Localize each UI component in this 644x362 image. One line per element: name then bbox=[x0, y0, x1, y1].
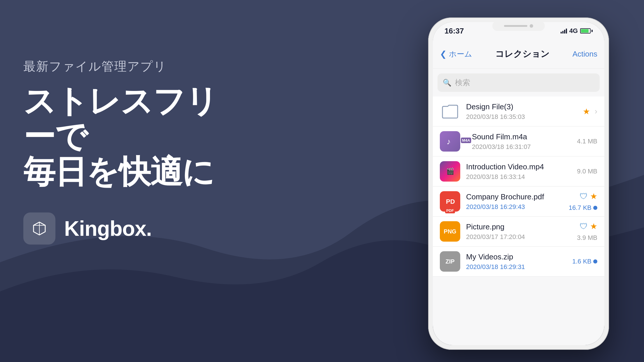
star-icon: ★ bbox=[590, 222, 597, 231]
signal-bars-icon bbox=[561, 28, 567, 34]
nav-title: コレクション bbox=[495, 48, 550, 60]
main-title-line2: 毎日を快適に bbox=[23, 154, 222, 189]
file-date: 2020/03/18 16:33:14 bbox=[466, 173, 571, 181]
signal-bar-3 bbox=[564, 30, 565, 34]
pdf-svg-icon: PDF bbox=[445, 196, 455, 207]
zip-label: ZIP bbox=[445, 258, 454, 265]
phone-notch bbox=[492, 21, 545, 31]
file-meta: ★ › bbox=[583, 107, 597, 116]
file-info: Company Brochure.pdf 2020/03/18 16:29:43 bbox=[466, 192, 563, 211]
zip-icon: ZIP bbox=[440, 251, 460, 272]
pdf-label: PDF bbox=[445, 208, 455, 213]
list-item[interactable]: PNG Picture.png 2020/03/17 17:20:04 🛡 ★ bbox=[433, 217, 604, 247]
file-size: 16.7 KB bbox=[569, 204, 592, 212]
file-meta: 9.0 MB bbox=[577, 168, 597, 175]
file-size: 1.6 KB bbox=[572, 258, 592, 265]
svg-text:PDF: PDF bbox=[446, 198, 455, 205]
file-date: 2020/03/18 16:29:43 bbox=[466, 203, 563, 211]
list-item[interactable]: ♪ M4A Sound Film.m4a 2020/03/18 16:31:07 bbox=[433, 126, 604, 157]
app-content: 16:37 4G bbox=[433, 22, 604, 345]
dot-icon bbox=[593, 206, 597, 210]
file-date: 2020/03/18 16:35:03 bbox=[466, 113, 577, 121]
file-size: 3.9 MB bbox=[577, 234, 597, 242]
nav-actions-button[interactable]: Actions bbox=[573, 50, 597, 59]
file-meta: 🛡 ★ 3.9 MB bbox=[577, 222, 597, 242]
file-date: 2020/03/17 17:20:04 bbox=[466, 233, 571, 241]
battery-fill bbox=[581, 29, 589, 33]
mp4-icon: 🎬 bbox=[440, 161, 460, 182]
list-item[interactable]: ZIP My Videos.zip 2020/03/18 16:29:31 1.… bbox=[433, 247, 604, 277]
file-meta: 1.6 KB bbox=[572, 258, 597, 265]
nav-bar: ❮ ホーム コレクション Actions bbox=[433, 40, 604, 69]
signal-label: 4G bbox=[569, 27, 578, 35]
search-bar[interactable]: 🔍 検索 bbox=[438, 73, 600, 92]
dot-icon bbox=[593, 259, 597, 263]
svg-text:♪: ♪ bbox=[447, 137, 451, 146]
phone-outer: 16:37 4G bbox=[428, 17, 609, 350]
brand-name-text: Kingbox. bbox=[64, 217, 152, 240]
chevron-right-icon: › bbox=[595, 107, 597, 116]
list-item[interactable]: Design File(3) 2020/03/18 16:35:03 ★ › bbox=[433, 96, 604, 126]
file-name: Sound Film.m4a bbox=[472, 132, 571, 141]
file-size: 9.0 MB bbox=[577, 168, 597, 175]
list-item[interactable]: 🎬 Introduction Video.mp4 2020/03/18 16:3… bbox=[433, 157, 604, 187]
main-title-line1: ストレスフリーで bbox=[23, 83, 222, 154]
battery-body bbox=[580, 28, 591, 34]
battery-tip bbox=[592, 30, 593, 32]
brand-row: Kingbox. bbox=[23, 212, 222, 245]
search-placeholder: 検索 bbox=[455, 78, 470, 88]
file-name: Picture.png bbox=[466, 222, 571, 231]
file-badges: ★ › bbox=[583, 107, 597, 116]
file-name: Design File(3) bbox=[466, 102, 577, 111]
star-icon: ★ bbox=[583, 107, 590, 116]
file-meta: 🛡 ★ 16.7 KB bbox=[569, 191, 597, 212]
m4a-icon: ♪ bbox=[440, 131, 460, 152]
notch-dot bbox=[530, 24, 533, 28]
nav-back-label: ホーム bbox=[449, 49, 472, 59]
file-info: My Videos.zip 2020/03/18 16:29:31 bbox=[466, 252, 566, 271]
left-section: 最新ファイル管理アプリ ストレスフリーで 毎日を快適に Kingbox. bbox=[23, 58, 222, 245]
file-name: Company Brochure.pdf bbox=[466, 192, 563, 201]
battery-icon bbox=[580, 28, 593, 34]
folder-svg-icon bbox=[442, 104, 458, 119]
file-name: Introduction Video.mp4 bbox=[466, 162, 571, 171]
main-title: ストレスフリーで 毎日を快適に bbox=[23, 83, 222, 189]
file-list: Design File(3) 2020/03/18 16:35:03 ★ › bbox=[433, 96, 604, 345]
phone-container: 16:37 4G bbox=[428, 17, 609, 350]
shield-icon: 🛡 bbox=[580, 222, 588, 231]
file-date: 2020/03/18 16:29:31 bbox=[466, 263, 566, 271]
file-info: Picture.png 2020/03/17 17:20:04 bbox=[466, 222, 571, 241]
size-row: 1.6 KB bbox=[572, 258, 597, 265]
star-icon: ★ bbox=[590, 191, 597, 201]
folder-icon bbox=[440, 101, 460, 122]
list-item[interactable]: PDF PDF Company Brochure.pdf 2020/03/18 … bbox=[433, 187, 604, 217]
subtitle-text: 最新ファイル管理アプリ bbox=[23, 58, 222, 75]
file-info: Sound Film.m4a 2020/03/18 16:31:07 bbox=[472, 132, 571, 151]
file-info: Design File(3) 2020/03/18 16:35:03 bbox=[466, 102, 577, 121]
m4a-label: M4A bbox=[461, 138, 471, 143]
notch-bar bbox=[504, 25, 527, 27]
kingbox-logo-icon bbox=[29, 218, 50, 239]
nav-back-button[interactable]: ❮ ホーム bbox=[440, 49, 472, 59]
file-date: 2020/03/18 16:31:07 bbox=[472, 143, 571, 151]
phone-inner: 16:37 4G bbox=[433, 22, 604, 345]
zip-icon-wrapper: ZIP bbox=[440, 251, 460, 272]
png-icon: PNG bbox=[440, 221, 460, 242]
file-meta: 4.1 MB bbox=[577, 138, 597, 145]
video-thumb-content: 🎬 bbox=[446, 168, 454, 175]
png-icon-wrapper: PNG bbox=[440, 221, 460, 242]
file-size: 4.1 MB bbox=[577, 138, 597, 145]
signal-bar-1 bbox=[561, 32, 562, 34]
chevron-left-icon: ❮ bbox=[440, 49, 447, 59]
brand-icon bbox=[23, 212, 55, 245]
shield-icon: 🛡 bbox=[580, 191, 588, 201]
file-info: Introduction Video.mp4 2020/03/18 16:33:… bbox=[466, 162, 571, 181]
signal-bar-4 bbox=[566, 29, 567, 34]
status-icons: 4G bbox=[561, 27, 593, 35]
signal-bar-2 bbox=[562, 31, 564, 34]
png-label: PNG bbox=[444, 228, 456, 235]
file-badges: 🛡 ★ bbox=[580, 191, 597, 201]
size-row: 16.7 KB bbox=[569, 204, 597, 212]
file-badges: 🛡 ★ bbox=[580, 222, 597, 231]
pdf-icon-wrapper: PDF PDF bbox=[440, 191, 460, 212]
